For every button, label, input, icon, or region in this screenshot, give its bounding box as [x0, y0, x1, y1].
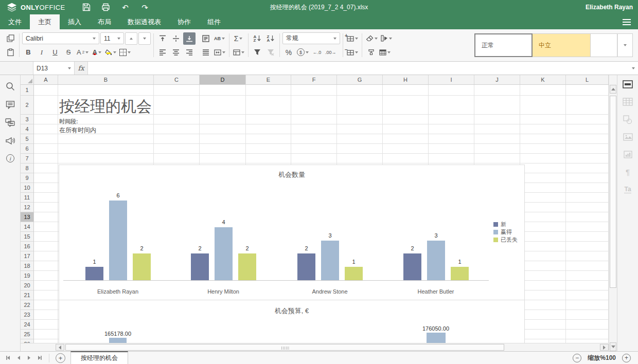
- row-header-3[interactable]: 3: [21, 115, 33, 124]
- align-center-button[interactable]: [170, 46, 182, 59]
- strikethrough-button[interactable]: S: [62, 46, 75, 59]
- row-header-12[interactable]: 12: [21, 203, 33, 212]
- row-header-24[interactable]: 24: [21, 320, 33, 330]
- shape-settings-button[interactable]: [622, 114, 633, 124]
- vertical-scroll-handle[interactable]: [610, 96, 616, 288]
- clear-dropdown[interactable]: [365, 32, 379, 45]
- format-as-table-dropdown[interactable]: [378, 46, 392, 59]
- row-header-4[interactable]: 4: [21, 124, 33, 134]
- horizontal-scroll-handle[interactable]: [65, 344, 504, 351]
- justify-button[interactable]: [200, 46, 212, 59]
- paste-button[interactable]: [4, 46, 16, 59]
- vertical-scrollbar[interactable]: [609, 75, 617, 351]
- row-header-21[interactable]: 21: [21, 290, 33, 300]
- scroll-down-button[interactable]: [610, 342, 616, 351]
- format-painter-button[interactable]: [365, 46, 377, 59]
- column-header-C[interactable]: C: [154, 75, 200, 84]
- bold-button[interactable]: B: [22, 46, 34, 59]
- font-size-select[interactable]: 11: [100, 32, 124, 44]
- comments-button[interactable]: [5, 99, 15, 110]
- column-header-L[interactable]: L: [566, 75, 609, 84]
- column-header-F[interactable]: F: [291, 75, 337, 84]
- row-header-10[interactable]: 10: [21, 183, 33, 193]
- row-header-13[interactable]: 13: [21, 212, 33, 222]
- cell-settings-button[interactable]: [622, 79, 633, 89]
- cell-style-neutral[interactable]: 中立: [533, 33, 591, 57]
- row-header-22[interactable]: 22: [21, 300, 33, 310]
- row-header-18[interactable]: 18: [21, 261, 33, 271]
- menu-tab-3[interactable]: 插入: [60, 14, 90, 29]
- row-header-2[interactable]: 2: [21, 96, 33, 115]
- delete-cells-dropdown[interactable]: −: [346, 46, 359, 59]
- chart-settings-button[interactable]: [622, 149, 633, 159]
- align-bottom-button[interactable]: [183, 32, 196, 45]
- next-sheet-button[interactable]: [28, 356, 30, 360]
- row-header-1[interactable]: 1: [21, 85, 33, 96]
- column-header-B[interactable]: B: [58, 75, 154, 84]
- row-header-8[interactable]: 8: [21, 163, 33, 173]
- row-header-7[interactable]: 7: [21, 154, 33, 163]
- chart-opportunity-count[interactable]: 机会数量 Elizabeth Rayan162Henry Milton242An…: [59, 165, 525, 300]
- chart-opportunity-budget[interactable]: 机会预算, € 165178.00176050.00: [59, 300, 525, 343]
- column-header-H[interactable]: H: [383, 75, 429, 84]
- row-header-15[interactable]: 15: [21, 232, 33, 242]
- paragraph-settings-button[interactable]: ¶: [622, 167, 633, 177]
- zoom-in-button[interactable]: +: [622, 354, 631, 362]
- print-button[interactable]: [101, 3, 111, 12]
- named-ranges-dropdown[interactable]: [232, 46, 245, 59]
- number-format-select[interactable]: 常规: [282, 32, 340, 44]
- insert-cells-dropdown[interactable]: +: [346, 32, 359, 45]
- decrease-font-button[interactable]: [138, 32, 151, 45]
- menu-tab-1[interactable]: 文件: [0, 14, 30, 29]
- about-button[interactable]: i: [5, 153, 15, 163]
- align-right-button[interactable]: [183, 46, 196, 59]
- scroll-right-button[interactable]: [600, 344, 609, 351]
- chat-button[interactable]: [5, 117, 15, 128]
- zoom-out-button[interactable]: −: [573, 354, 581, 362]
- select-all-corner[interactable]: [21, 75, 34, 84]
- scroll-left-button[interactable]: [56, 344, 64, 351]
- row-header-16[interactable]: 16: [21, 242, 33, 251]
- row-header-19[interactable]: 19: [21, 271, 33, 281]
- formula-input[interactable]: [88, 62, 629, 75]
- row-header-25[interactable]: 25: [21, 330, 33, 339]
- borders-dropdown[interactable]: [118, 46, 132, 59]
- menu-tab-7[interactable]: 组件: [199, 14, 229, 29]
- font-name-select[interactable]: Calibri: [22, 32, 99, 44]
- align-middle-button[interactable]: [170, 32, 182, 45]
- row-header-5[interactable]: 5: [21, 134, 33, 144]
- menu-tab-4[interactable]: 布局: [90, 14, 119, 29]
- formula-bar-expand-button[interactable]: [629, 62, 638, 75]
- fill-color-dropdown[interactable]: [104, 46, 117, 59]
- row-header-14[interactable]: 14: [21, 222, 33, 232]
- column-header-I[interactable]: I: [429, 75, 474, 84]
- cell-styles-more-button[interactable]: [617, 33, 633, 57]
- row-header-11[interactable]: 11: [21, 193, 33, 203]
- autosum-dropdown[interactable]: Σ: [232, 32, 244, 45]
- menu-tab-6[interactable]: 协作: [169, 14, 199, 29]
- increase-decimal-button[interactable]: .00→: [324, 46, 338, 59]
- wrap-text-button[interactable]: [200, 32, 212, 45]
- row-header-6[interactable]: 6: [21, 144, 33, 154]
- search-button[interactable]: [5, 81, 15, 92]
- column-header-D[interactable]: D: [200, 75, 246, 84]
- table-settings-button[interactable]: [622, 97, 633, 107]
- conditional-formatting-dropdown[interactable]: [380, 32, 393, 45]
- underline-button[interactable]: U: [49, 46, 61, 59]
- row-header-26[interactable]: 26: [21, 339, 33, 343]
- percent-style-button[interactable]: %: [282, 46, 295, 59]
- redo-button[interactable]: ↷: [140, 3, 150, 12]
- align-left-button[interactable]: [156, 46, 169, 59]
- align-top-button[interactable]: [156, 32, 169, 45]
- clear-filter-button[interactable]: [264, 46, 277, 59]
- sort-ascending-button[interactable]: AZ: [251, 32, 263, 45]
- add-sheet-button[interactable]: +: [56, 353, 65, 363]
- decrease-decimal-button[interactable]: ←.0: [311, 46, 323, 59]
- row-header-20[interactable]: 20: [21, 281, 33, 290]
- italic-button[interactable]: I: [36, 46, 48, 59]
- horizontal-scrollbar[interactable]: [21, 343, 609, 351]
- insert-function-button[interactable]: fx: [75, 62, 88, 75]
- hamburger-menu-icon[interactable]: [623, 19, 631, 25]
- row-header-23[interactable]: 23: [21, 310, 33, 320]
- image-settings-button[interactable]: [622, 132, 633, 142]
